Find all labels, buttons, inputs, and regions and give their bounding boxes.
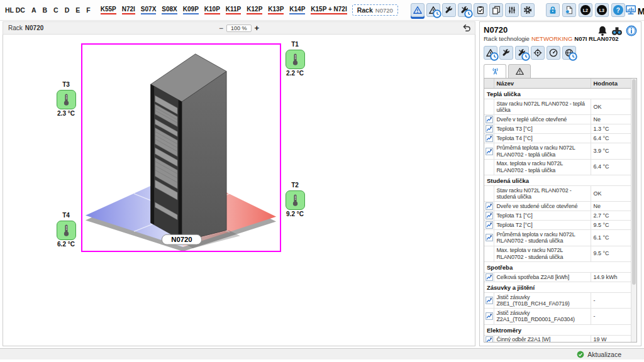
dc-tab-a[interactable]: A [31,6,36,14]
signal-table-container[interactable]: Název Hodnota Teplá uličkaStav racku N07… [484,78,637,343]
zoom-out-button[interactable]: − [219,24,223,33]
update-status-label[interactable]: Aktualizace [587,351,621,358]
sensor-t1[interactable]: T1 2.2 °C [280,41,310,77]
table-row[interactable]: Stav racku N072L RLAN0702 - studená ulič… [484,186,631,202]
table-row[interactable]: Teplota T1 [°C]2.7 °C [484,211,631,221]
row-trend-cell[interactable] [484,293,494,309]
tools-history-button[interactable] [458,3,472,17]
panel-target-button[interactable] [531,46,545,60]
rack-3d-canvas[interactable]: N0720 T1 2.2 °C T2 9.2 °C T3 [3,35,475,346]
rack-link-k55p[interactable]: K55P [101,6,116,14]
table-row[interactable]: Teplota T4 [°C]6.4 °C [484,134,631,143]
sensor-t4-badge[interactable] [57,221,76,240]
info-icon[interactable] [626,25,637,36]
rack-link-k13p[interactable]: K13P [268,6,284,14]
sensor-t1-badge[interactable] [286,50,305,69]
binoculars-icon[interactable] [611,25,623,36]
table-row[interactable]: Jistič zásuvky Z2A1_(T01B_RD0001_FA0304)… [484,309,631,324]
row-trend-cell[interactable] [484,211,494,221]
alarm-history-button[interactable] [426,3,440,17]
row-trend-cell[interactable] [484,230,494,246]
rack-link-s08x[interactable]: S08X [162,6,177,14]
chart-icon[interactable] [486,125,493,133]
sensor-t4[interactable]: T4 6.2 °C [51,212,81,248]
rack-link-k15p-n72i[interactable]: K15P + N72I [311,6,347,14]
rack-link-k11p[interactable]: K11P [226,6,241,14]
table-row[interactable]: Průměrná teplota v racku N072L RLAN0702 … [484,230,631,246]
table-row[interactable]: Dveře ve studené uličce otevřenéNe [484,202,631,211]
panel-tools-button[interactable] [499,46,513,60]
undo-icon[interactable] [462,23,471,32]
tab-signals[interactable] [484,64,506,79]
rack-link-k09p[interactable]: K09P [183,6,199,14]
bell-icon[interactable] [597,25,608,36]
checklist-button[interactable] [474,3,487,17]
level3-button[interactable]: L3 [595,3,609,17]
filters-button[interactable] [505,3,519,17]
table-row[interactable]: Průměrná teplota v racku N072L RLAN0702 … [484,143,631,159]
table-row[interactable]: Dveře v teplé uličce otevřenéNe [484,115,631,124]
rack-3d-model[interactable] [151,54,226,241]
panel-tools-history-button[interactable] [515,46,529,60]
table-row[interactable]: Jistič zásuvky Z8E1_(T01B_RCH4_FA0719)- [484,293,631,309]
chart-icon[interactable] [486,312,493,320]
table-row[interactable]: Teplota T3 [°C]1.3 °C [484,124,631,134]
table-row[interactable]: Teplota T2 [°C]9.5 °C [484,221,631,230]
table-row[interactable]: Celková spotřeba Z2A8 [kWh]14.9 kWh [484,272,631,282]
dc-tab-hl-dc[interactable]: HL DC [5,6,25,14]
row-trend-cell[interactable] [484,115,494,124]
table-scrollbar[interactable] [631,79,636,342]
level2-button[interactable]: L2 [579,3,592,17]
settings-button[interactable] [521,3,535,17]
dc-tab-f[interactable]: F [86,6,90,14]
row-trend-cell[interactable] [484,221,494,230]
table-row[interactable]: Max. teplota v racku N072L RLAN0702 - st… [484,246,631,261]
dc-tab-b[interactable]: B [42,6,47,14]
tab-alarms[interactable] [508,64,531,79]
rack-link-n72i[interactable]: N72I [122,6,135,14]
table-row[interactable]: Stav racku N072L RLAN0702 - teplá ulička… [484,99,631,115]
dc-tab-d[interactable]: D [65,6,70,14]
zoom-in-button[interactable]: + [254,23,259,33]
chart-icon[interactable] [486,273,493,281]
panel-gauge-button[interactable] [547,46,560,60]
chart-icon[interactable] [486,221,493,229]
row-trend-cell[interactable] [484,202,494,211]
rack-link-s07x[interactable]: S07X [141,6,156,14]
rack-link-k10p[interactable]: K10P [204,6,220,14]
dc-tab-e[interactable]: E [75,6,80,14]
row-trend-cell[interactable] [484,335,494,343]
help-button[interactable]: ? [611,3,625,17]
row-trend-cell[interactable] [484,309,494,324]
chart-icon[interactable] [486,297,493,304]
scrollbar-thumb[interactable] [632,79,636,285]
lock-button[interactable] [546,3,560,17]
chart-icon[interactable] [486,202,493,210]
chart-icon[interactable] [486,212,493,219]
panel-globe-history-button[interactable] [562,46,576,60]
documents-button[interactable] [489,3,503,17]
sensor-t2[interactable]: T2 9.2 °C [280,182,310,218]
rack-link-k12p[interactable]: K12P [247,6,262,14]
panel-alarm-history-button[interactable] [484,46,497,60]
rack-selector[interactable]: Rack N0720 [352,4,398,16]
chart-icon[interactable] [486,134,493,142]
tools-button[interactable] [442,3,456,17]
sensor-t3-badge[interactable] [57,90,76,109]
chart-icon[interactable] [486,116,493,123]
sensor-t3[interactable]: T3 2.3 °C [51,81,81,118]
selected-rack-region[interactable]: N0720 [81,43,281,252]
report-page-button[interactable] [562,3,576,17]
alarms-button[interactable] [411,3,425,17]
chart-icon[interactable] [486,148,493,155]
chart-icon[interactable] [486,234,493,241]
rack-link-k14p[interactable]: K14P [289,6,305,14]
row-trend-cell[interactable] [484,272,494,282]
chart-icon[interactable] [486,336,493,343]
dc-tab-c[interactable]: C [53,6,58,14]
sensor-t2-badge[interactable] [286,190,305,210]
table-row[interactable]: Činný odběr Z2A1 [W]19 W [484,335,631,343]
row-trend-cell[interactable] [484,143,494,159]
row-trend-cell[interactable] [484,124,494,134]
row-trend-cell[interactable] [484,134,494,143]
